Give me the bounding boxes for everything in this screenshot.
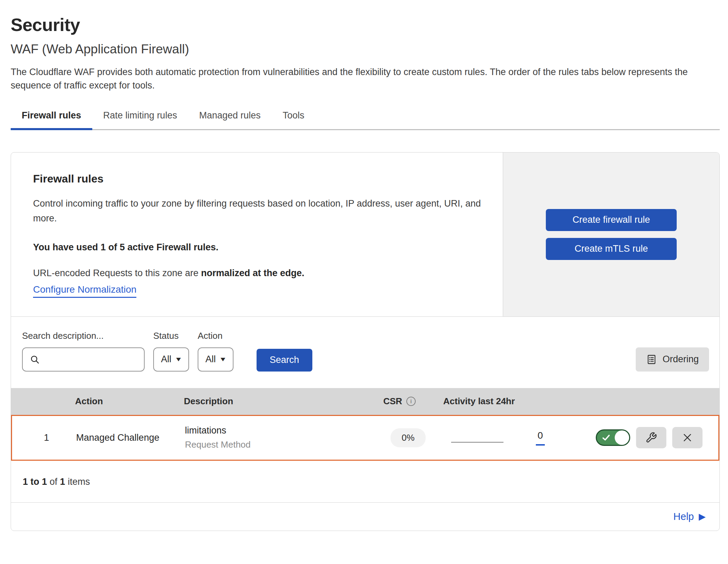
- card-heading: Firewall rules: [33, 173, 482, 185]
- search-box: [22, 347, 145, 372]
- rule-csr-cell: 0%: [375, 428, 441, 447]
- normalization-text-regular: URL-encoded Requests to this zone are: [33, 268, 198, 278]
- rule-enabled-toggle[interactable]: [596, 429, 630, 446]
- table-header: Action Description CSR i Activity last 2…: [11, 388, 719, 415]
- close-icon: [682, 432, 693, 443]
- csr-badge: 0%: [391, 428, 426, 447]
- waf-security-page: Security WAF (Web Application Firewall) …: [0, 0, 728, 531]
- page-description: The Cloudflare WAF provides both automat…: [11, 65, 718, 92]
- rule-description-subtitle: Request Method: [185, 439, 375, 450]
- action-dropdown-value: All: [206, 354, 216, 365]
- header-description: Description: [176, 396, 376, 407]
- rule-activity-cell: 0: [441, 430, 592, 446]
- wrench-icon: [645, 432, 657, 443]
- create-mtls-rule-button[interactable]: Create mTLS rule: [546, 238, 677, 260]
- header-csr-label: CSR: [383, 396, 402, 407]
- search-label: Search description...: [22, 331, 145, 341]
- rule-description-title[interactable]: limitations: [185, 425, 375, 436]
- tab-rate-limiting-rules[interactable]: Rate limiting rules: [92, 110, 188, 129]
- ordering-button-label: Ordering: [663, 354, 699, 365]
- delete-rule-button[interactable]: [672, 427, 703, 448]
- filters-bar: Search description... Status All ▼: [11, 316, 719, 388]
- status-dropdown[interactable]: All ▼: [153, 347, 189, 372]
- search-input[interactable]: [45, 354, 137, 365]
- activity-count[interactable]: 0: [536, 430, 545, 446]
- items-range: 1 to 1: [23, 477, 47, 487]
- check-icon: [602, 433, 611, 442]
- header-activity: Activity last 24hr: [442, 396, 593, 407]
- action-dropdown[interactable]: All ▼: [198, 347, 233, 372]
- toggle-knob: [615, 430, 629, 445]
- edit-rule-button[interactable]: [636, 427, 666, 448]
- chevron-down-icon: ▼: [219, 356, 227, 363]
- items-label: items: [68, 477, 90, 487]
- help-link-label: Help: [673, 511, 694, 522]
- tab-tools[interactable]: Tools: [272, 110, 315, 129]
- search-button[interactable]: Search: [257, 349, 312, 372]
- action-label: Action: [198, 331, 233, 341]
- items-total: 1: [60, 477, 65, 487]
- header-action: Action: [66, 396, 176, 407]
- card-description: Control incoming traffic to your zone by…: [33, 196, 482, 226]
- rule-action: Managed Challenge: [67, 432, 177, 443]
- help-link[interactable]: Help ▶: [673, 511, 706, 522]
- normalization-text: URL-encoded Requests to this zone are no…: [33, 268, 482, 279]
- search-filter-group: Search description...: [22, 331, 145, 372]
- create-firewall-rule-button[interactable]: Create firewall rule: [546, 209, 677, 231]
- items-summary: 1 to 1 of 1 items: [11, 461, 719, 502]
- ordering-button[interactable]: Ordering: [636, 347, 709, 372]
- firewall-rules-card-info: Firewall rules Control incoming traffic …: [11, 153, 503, 316]
- usage-text: You have used 1 of 5 active Firewall rul…: [33, 242, 482, 253]
- items-of-label: of: [50, 477, 58, 487]
- card-side-panel: Create firewall rule Create mTLS rule: [503, 153, 719, 316]
- firewall-rules-panel: Firewall rules Control incoming traffic …: [11, 152, 720, 531]
- page-title: Security: [11, 14, 720, 35]
- rule-description-cell: limitations Request Method: [177, 425, 375, 450]
- normalization-text-bold: normalized at the edge.: [201, 268, 304, 278]
- status-label: Status: [153, 331, 189, 341]
- chevron-down-icon: ▼: [175, 356, 183, 363]
- tab-firewall-rules[interactable]: Firewall rules: [11, 110, 92, 129]
- ordering-list-icon: [646, 354, 657, 365]
- status-dropdown-value: All: [161, 354, 171, 365]
- waf-tabs: Firewall rules Rate limiting rules Manag…: [11, 110, 720, 130]
- rule-controls: [592, 427, 718, 448]
- search-icon: [30, 354, 40, 365]
- header-csr: CSR i: [376, 396, 442, 407]
- configure-normalization-link[interactable]: Configure Normalization: [33, 284, 136, 298]
- action-filter-group: Action All ▼: [198, 331, 233, 372]
- status-filter-group: Status All ▼: [153, 331, 189, 372]
- tab-managed-rules[interactable]: Managed rules: [188, 110, 272, 129]
- page-subtitle: WAF (Web Application Firewall): [11, 42, 720, 56]
- rule-priority: 1: [12, 432, 67, 443]
- activity-sparkline: [451, 442, 503, 443]
- help-footer: Help ▶: [11, 502, 719, 531]
- firewall-rules-card: Firewall rules Control incoming traffic …: [11, 153, 719, 316]
- chevron-right-icon: ▶: [699, 511, 706, 522]
- table-row: 1 Managed Challenge limitations Request …: [11, 415, 719, 461]
- info-icon[interactable]: i: [406, 397, 416, 406]
